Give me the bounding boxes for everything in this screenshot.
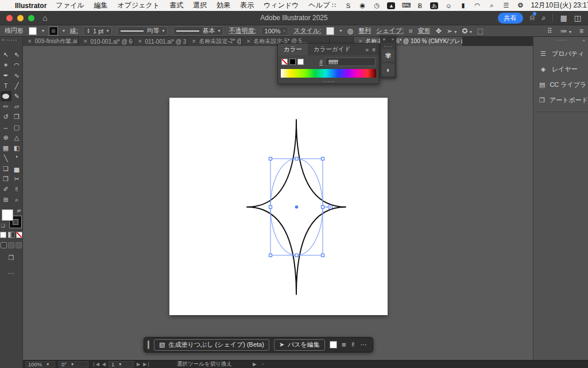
right-dock-grip[interactable]: [556, 40, 566, 41]
menubar-clock[interactable]: 12月10日(火) 23:17: [531, 1, 588, 10]
edit-path-button[interactable]: ➤ パスを編集: [274, 339, 325, 351]
close-tab-icon[interactable]: ✕: [83, 39, 88, 44]
swap-fill-stroke-icon[interactable]: ⇄: [17, 208, 21, 213]
search-icon[interactable]: ⌕: [541, 13, 546, 22]
menu-edit[interactable]: 編集: [94, 1, 107, 10]
s-app-icon[interactable]: S: [344, 2, 352, 9]
select-similar-icon[interactable]: ➢ ▾: [447, 27, 457, 35]
menu-window[interactable]: ウィンドウ: [264, 1, 299, 10]
menu-file[interactable]: ファイル: [56, 1, 84, 10]
style-swatch[interactable]: [326, 27, 334, 35]
bluetooth-icon[interactable]: Ƀ: [416, 2, 424, 9]
battery-icon[interactable]: ▮: [459, 2, 467, 9]
tab-color-guide[interactable]: カラーガイド: [308, 44, 356, 55]
stroke-profile-select[interactable]: 均等▾: [117, 26, 168, 36]
dock-close-icon[interactable]: ✕: [382, 37, 386, 42]
eraser-tool[interactable]: ▱: [11, 101, 22, 112]
color-spectrum-bar[interactable]: [281, 69, 376, 78]
mesh-tool[interactable]: ▦: [1, 143, 11, 153]
arrange-documents-icon[interactable]: ⠿: [547, 27, 552, 35]
shaper-tool[interactable]: ✏: [1, 101, 11, 112]
recolor-artwork-icon[interactable]: ✪ ▾: [462, 27, 471, 35]
fill-chevron-icon[interactable]: ▾: [42, 28, 44, 33]
isolate-object-icon[interactable]: ⬚: [477, 27, 483, 35]
shape-widget-icon[interactable]: ⌗: [409, 27, 413, 35]
transform-link[interactable]: 変形: [418, 26, 431, 35]
black-swatch[interactable]: [289, 59, 296, 65]
shape-link[interactable]: シェイプ:: [376, 26, 404, 35]
opacity-label[interactable]: 不透明度:: [229, 26, 256, 35]
screen-record-icon[interactable]: ◉: [358, 2, 366, 9]
opacity-field[interactable]: 100%›: [261, 26, 289, 36]
siri-icon[interactable]: ❂: [516, 2, 524, 9]
wifi-icon[interactable]: ◠: [473, 2, 481, 9]
properties-panel-button[interactable]: ☰ プロパティ: [533, 46, 588, 62]
zoom-level-select[interactable]: 100%▾: [25, 361, 55, 367]
draw-behind-mode[interactable]: [8, 242, 14, 248]
selection-tool[interactable]: ↖: [1, 49, 11, 60]
collapse-toolbar-icon[interactable]: «: [2, 37, 4, 43]
stroke-width-field[interactable]: ▲▼1 pt▾: [83, 26, 112, 36]
hand-tool[interactable]: ✌: [11, 184, 22, 194]
keyboard-icon[interactable]: ⌨: [401, 2, 409, 9]
right-dock-header[interactable]: «: [533, 37, 588, 46]
minimize-window-button[interactable]: [17, 15, 24, 21]
spotlight-icon[interactable]: ⌕: [488, 2, 496, 9]
rotation-select[interactable]: 0°▾: [59, 361, 88, 367]
taskbar-more-icon[interactable]: ⋯: [361, 341, 367, 348]
curvature-tool[interactable]: ∿: [11, 70, 22, 80]
gradient-panel-icon[interactable]: ◗: [382, 63, 394, 76]
first-artboard-button[interactable]: ❘◀: [92, 362, 99, 367]
app-menu[interactable]: Illustrator: [15, 2, 47, 10]
taskbar-drag-handle[interactable]: [148, 340, 149, 349]
taskbar-list-icon[interactable]: ≡: [342, 340, 346, 349]
align-link[interactable]: 整列: [358, 26, 371, 35]
share-button[interactable]: 共有: [498, 13, 523, 24]
expand-dock-icon[interactable]: «: [583, 38, 585, 43]
status-back-icon[interactable]: ‹: [262, 362, 264, 367]
menu-select[interactable]: 選択: [193, 1, 207, 10]
close-tab-icon[interactable]: ✕: [138, 39, 142, 44]
line-segment-tool[interactable]: ╱: [11, 80, 22, 91]
clock-app-icon[interactable]: ◷: [373, 2, 381, 9]
draw-normal-mode[interactable]: [1, 242, 7, 248]
last-artboard-button[interactable]: ▶❘: [143, 362, 150, 367]
slice-tool[interactable]: ✂: [11, 174, 22, 184]
rotate-tool[interactable]: ↺: [1, 112, 11, 122]
stroke-stepper[interactable]: ▲▼: [87, 28, 90, 34]
cc-libraries-panel-button[interactable]: ▤ CC ライブラリ: [533, 77, 588, 93]
paintbrush-tool[interactable]: ✎: [11, 91, 22, 101]
generative-fill-button[interactable]: ▧ 生成塗りつぶし (シェイプ) (Beta): [154, 339, 269, 351]
print-tiling-tool[interactable]: ⊞: [1, 194, 11, 205]
none-button[interactable]: [16, 232, 22, 238]
kana-input-icon[interactable]: あ: [430, 2, 438, 9]
eyedropper-tool[interactable]: ❜: [11, 153, 22, 163]
shape-builder-tool[interactable]: ⊕: [1, 132, 11, 143]
measure-tool[interactable]: ╲: [1, 153, 11, 163]
panel-resize-grip[interactable]: [278, 79, 379, 82]
style-label[interactable]: スタイル:: [293, 26, 321, 35]
panel-menu-icon[interactable]: ≡: [579, 27, 583, 35]
close-tab-icon[interactable]: ✕: [28, 39, 32, 44]
notifications-bell-icon[interactable]: ⍾: [530, 13, 535, 22]
perspective-grid-tool[interactable]: △: [11, 132, 22, 143]
status-expand-icon[interactable]: ▶: [253, 362, 256, 367]
dock-grip[interactable]: [381, 43, 396, 47]
menu-help[interactable]: ヘルプ: [309, 1, 330, 10]
dock-expand-icon[interactable]: »: [392, 37, 394, 41]
panel-overflow-icon[interactable]: »: [366, 47, 369, 53]
zoom-window-button[interactable]: [28, 15, 34, 21]
tab-untitled-2[interactable]: ✕名称未設定-2* @ 5…: [187, 37, 242, 46]
taskbar-fill-swatch[interactable]: [330, 341, 337, 348]
ellipse-tool[interactable]: [1, 91, 11, 101]
none-swatch[interactable]: [281, 59, 288, 65]
menu-view[interactable]: 表示: [240, 1, 254, 10]
style-chevron-icon[interactable]: ▾: [339, 28, 342, 33]
close-tab-icon[interactable]: ✕: [246, 39, 251, 44]
stroke-chevron-icon[interactable]: ▾: [63, 28, 65, 33]
constrain-proportions-icon[interactable]: ✥: [436, 27, 442, 35]
direct-selection-tool[interactable]: ⇖: [11, 49, 22, 60]
color-button[interactable]: [0, 232, 6, 238]
draw-inside-mode[interactable]: [16, 242, 22, 248]
tools-panel-header[interactable]: «: [0, 37, 22, 46]
